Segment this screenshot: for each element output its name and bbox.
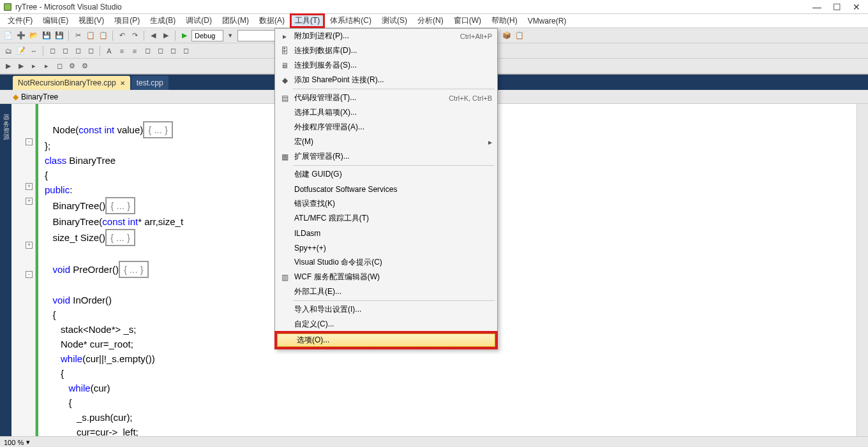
tb-icon[interactable]: ▸	[41, 61, 52, 72]
menu-connect-database[interactable]: 🗄 连接到数据库(D)...	[275, 43, 497, 58]
sharepoint-icon: ◆	[278, 76, 292, 85]
tb-icon[interactable]: ◻	[154, 45, 166, 57]
tb-icon[interactable]: 📝	[15, 45, 27, 57]
cut-icon[interactable]: ✂	[72, 30, 84, 41]
tb-icon[interactable]: ≡	[116, 45, 128, 57]
menu-tools[interactable]: 工具(T)	[290, 13, 325, 28]
tb-icon[interactable]: ⚙	[79, 61, 91, 72]
tb-icon[interactable]: ≡	[129, 45, 140, 57]
fold-toggle-icon[interactable]: -	[26, 271, 33, 278]
paste-icon[interactable]: 📋	[98, 30, 109, 41]
menu-help[interactable]: 帮助(H)	[486, 14, 523, 27]
menu-debug[interactable]: 调试(D)	[181, 14, 217, 27]
fold-toggle-icon[interactable]: +	[26, 242, 33, 249]
tab-active[interactable]: NotRecursionBinaryTree.cpp ✕	[13, 76, 130, 90]
vertical-scrollbar[interactable]	[857, 104, 868, 436]
side-tool-tabs: 器 务 资 源	[0, 104, 11, 436]
tb-icon[interactable]: ⚙	[66, 61, 78, 72]
menu-edit[interactable]: 编辑(E)	[38, 14, 73, 27]
nav-fwd-icon[interactable]: ▶	[160, 30, 172, 41]
tb-icon[interactable]: 📦	[501, 30, 513, 41]
menu-extension-manager[interactable]: ▦ 扩展管理器(R)...	[275, 149, 497, 164]
tb-icon[interactable]: ↔	[28, 45, 40, 57]
menu-data[interactable]: 数据(A)	[254, 14, 290, 27]
redo-icon[interactable]: ↷	[129, 30, 140, 41]
window-title: ryTree - Microsoft Visual Studio	[15, 3, 812, 11]
side-tab[interactable]: 器	[1, 106, 10, 112]
nav-back-icon[interactable]: ◀	[147, 30, 159, 41]
add-item-icon[interactable]: ➕	[15, 30, 27, 41]
fold-toggle-icon[interactable]: +	[26, 198, 33, 205]
menu-import-export[interactable]: 导入和导出设置(I)...	[275, 302, 497, 317]
save-icon[interactable]: 💾	[41, 30, 52, 41]
class-icon: ◆	[13, 92, 19, 101]
menu-ildasm[interactable]: ILDasm	[275, 226, 497, 240]
menu-separator	[293, 300, 495, 301]
menu-macros[interactable]: 宏(M)	[275, 135, 497, 149]
menu-build[interactable]: 生成(B)	[145, 14, 181, 27]
menu-architecture[interactable]: 体系结构(C)	[325, 14, 377, 27]
side-tab[interactable]: 资	[1, 119, 10, 124]
save-all-icon[interactable]: 💾	[54, 30, 65, 41]
minimize-button[interactable]: —	[812, 2, 821, 12]
menu-connect-server[interactable]: 🖥 连接到服务器(S)...	[275, 58, 497, 73]
menu-window[interactable]: 窗口(W)	[449, 14, 486, 27]
tb-icon[interactable]: 🗂	[3, 45, 14, 57]
tb-icon[interactable]: ◻	[85, 45, 96, 57]
extension-icon: ▦	[278, 152, 292, 161]
tb-icon[interactable]: ◻	[167, 45, 179, 57]
close-button[interactable]: ✕	[853, 2, 860, 12]
fold-toggle-icon[interactable]: -	[26, 138, 33, 145]
side-tab[interactable]: 务	[1, 113, 10, 118]
menu-project[interactable]: 项目(P)	[109, 14, 145, 27]
menu-analyze[interactable]: 分析(N)	[412, 14, 449, 27]
copy-icon[interactable]: 📋	[85, 30, 96, 41]
start-debug-icon[interactable]: ▶	[179, 30, 190, 41]
menu-atl-mfc-trace[interactable]: ATL/MFC 跟踪工具(T)	[275, 211, 497, 226]
tab-close-icon[interactable]: ✕	[120, 80, 125, 87]
open-file-icon[interactable]: 📂	[28, 30, 40, 41]
menu-test[interactable]: 测试(S)	[377, 14, 412, 27]
dropdown-icon[interactable]: ▾	[225, 30, 236, 41]
menu-create-guid[interactable]: 创建 GUID(G)	[275, 167, 497, 182]
side-tab[interactable]: 源	[1, 126, 10, 131]
undo-icon[interactable]: ↶	[116, 30, 128, 41]
fold-toggle-icon[interactable]: +	[26, 183, 33, 190]
menu-attach-process[interactable]: ▸ 附加到进程(P)... Ctrl+Alt+P	[275, 29, 497, 43]
menu-view[interactable]: 视图(V)	[73, 14, 109, 27]
tb-icon[interactable]: ◻	[142, 45, 153, 57]
config-combo[interactable]: Debug	[191, 30, 223, 41]
tb-icon[interactable]: ◻	[180, 45, 191, 57]
menu-vs-cmd-prompt[interactable]: Visual Studio 命令提示(C)	[275, 255, 497, 270]
menu-customize[interactable]: 自定义(C)...	[275, 317, 497, 332]
menu-dotfuscator[interactable]: Dotfuscator Software Services	[275, 182, 497, 196]
tb-icon[interactable]: ▶	[15, 61, 27, 72]
tb-icon[interactable]: ◻	[54, 61, 65, 72]
tb-icon[interactable]: ◻	[72, 45, 84, 57]
menu-external-tools[interactable]: 外部工具(E)...	[275, 284, 497, 299]
menu-add-sharepoint[interactable]: ◆ 添加 SharePoint 连接(R)...	[275, 73, 497, 87]
tb-icon[interactable]: ▸	[28, 61, 40, 72]
zoom-level[interactable]: 100 %	[4, 439, 24, 446]
menu-wcf-config[interactable]: ▥ WCF 服务配置编辑器(W)	[275, 270, 497, 284]
menu-team[interactable]: 团队(M)	[217, 14, 254, 27]
zoom-dropdown-icon[interactable]: ▾	[26, 438, 30, 446]
menu-vmware[interactable]: VMware(R)	[523, 15, 572, 27]
nav-symbol[interactable]: BinaryTree	[21, 92, 58, 101]
new-project-icon[interactable]: 📄	[3, 30, 14, 41]
tb-icon[interactable]: ▶	[3, 61, 14, 72]
menu-addin-manager[interactable]: 外接程序管理器(A)...	[275, 120, 497, 135]
menu-options[interactable]: 选项(O)...	[277, 333, 495, 347]
menu-spy[interactable]: Spy++(+)	[275, 240, 497, 255]
menu-snippet-manager[interactable]: ▤ 代码段管理器(T)... Ctrl+K, Ctrl+B	[275, 91, 497, 105]
tb-icon[interactable]: ◻	[47, 45, 58, 57]
server-icon: 🖥	[278, 61, 292, 70]
menu-file[interactable]: 文件(F)	[3, 14, 38, 27]
tab-inactive[interactable]: test.cpp	[131, 76, 168, 90]
tb-icon[interactable]: ◻	[59, 45, 71, 57]
menu-error-lookup[interactable]: 错误查找(K)	[275, 196, 497, 211]
tb-icon[interactable]: 📋	[514, 30, 525, 41]
maximize-button[interactable]: ☐	[833, 2, 841, 12]
tb-icon[interactable]: A	[103, 45, 115, 57]
menu-choose-toolbox[interactable]: 选择工具箱项(X)...	[275, 105, 497, 120]
